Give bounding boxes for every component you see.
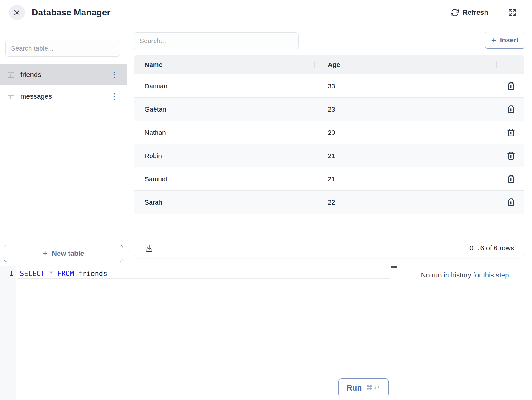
cell-age[interactable]: 22: [315, 191, 498, 214]
cell-age[interactable]: 21: [315, 144, 498, 167]
refresh-label: Refresh: [463, 8, 488, 17]
cell-age[interactable]: 20: [315, 121, 498, 144]
cell-name[interactable]: Robin: [134, 144, 315, 167]
table-options-menu-button[interactable]: ⋮: [110, 71, 118, 79]
plus-icon: +: [42, 249, 47, 258]
trash-icon: [507, 151, 515, 160]
run-history-panel: No run in history for this step: [398, 266, 532, 400]
line-number: 1: [0, 268, 13, 279]
cell-age[interactable]: 21: [315, 167, 498, 190]
cell-name[interactable]: Sarah: [134, 191, 315, 214]
table-header-row: Name Age: [134, 55, 524, 74]
new-table-button[interactable]: + New table: [4, 245, 123, 262]
keyboard-shortcut-hint: ⌘↵: [366, 384, 381, 392]
fullscreen-button[interactable]: [508, 8, 516, 17]
trash-icon: [507, 82, 515, 90]
new-table-label: New table: [52, 249, 84, 258]
table-icon: [7, 71, 15, 79]
active-code-line[interactable]: SELECT * FROM friends: [18, 268, 390, 279]
plus-icon: +: [491, 36, 496, 44]
search-table-input[interactable]: [5, 40, 120, 57]
sidebar: friends ⋮ messages ⋮ + New table: [0, 25, 127, 266]
delete-row-button[interactable]: [507, 128, 515, 137]
expand-icon: [508, 8, 516, 17]
column-resize-handle[interactable]: [496, 61, 497, 68]
delete-row-button[interactable]: [507, 175, 515, 183]
delete-row-button[interactable]: [507, 151, 515, 160]
run-label: Run: [347, 383, 362, 392]
column-header-actions: [498, 55, 524, 74]
table-empty-space: [134, 214, 524, 238]
close-icon: [13, 9, 21, 16]
editor-scrollbar-thumb[interactable]: [391, 266, 397, 268]
close-button[interactable]: [9, 5, 25, 20]
query-section: 1 SELECT * FROM friends Run ⌘↵ No run in…: [0, 266, 532, 400]
trash-icon: [507, 198, 515, 206]
delete-row-button[interactable]: [507, 198, 515, 206]
results-panel: + Insert Name Age Damian 33: [127, 25, 532, 266]
table-row: Gaëtan 23: [134, 98, 524, 121]
table-icon: [7, 92, 15, 101]
sidebar-item-label: friends: [20, 71, 41, 79]
top-bar-actions: Refresh: [451, 8, 532, 17]
cell-age[interactable]: 23: [315, 98, 498, 121]
code-line-content: SELECT * FROM friends: [20, 270, 107, 277]
refresh-icon: [451, 8, 459, 17]
sidebar-item-friends[interactable]: friends ⋮: [0, 64, 127, 85]
export-button[interactable]: [145, 244, 153, 252]
refresh-button[interactable]: Refresh: [451, 8, 488, 17]
table-row: Sarah 22: [134, 191, 524, 214]
page-title: Database Manager: [32, 8, 111, 18]
download-icon: [145, 244, 153, 252]
insert-label: Insert: [500, 36, 519, 44]
table-row: Samuel 21: [134, 167, 524, 191]
cell-name[interactable]: Samuel: [134, 167, 315, 190]
trash-icon: [507, 128, 515, 137]
editor-gutter: [0, 266, 16, 400]
cell-name[interactable]: Gaëtan: [134, 98, 315, 121]
table-row: Nathan 20: [134, 121, 524, 144]
table-row: Robin 21: [134, 144, 524, 167]
trash-icon: [507, 175, 515, 183]
search-rows-input[interactable]: [134, 32, 299, 49]
rows-count-status: 0→6 of 6 rows: [469, 244, 514, 252]
cell-age[interactable]: 33: [315, 74, 498, 97]
delete-row-button[interactable]: [507, 105, 515, 113]
sidebar-item-label: messages: [20, 92, 52, 101]
insert-button[interactable]: + Insert: [485, 32, 525, 49]
table-body: Damian 33 Gaëtan 23: [134, 74, 524, 214]
sql-editor[interactable]: 1 SELECT * FROM friends Run ⌘↵: [0, 266, 391, 400]
column-header-name[interactable]: Name: [134, 55, 315, 74]
table-row: Damian 33: [134, 74, 524, 98]
history-empty-message: No run in history for this step: [398, 271, 532, 279]
column-header-age[interactable]: Age: [315, 55, 498, 74]
delete-row-button[interactable]: [507, 82, 515, 90]
sidebar-footer: + New table: [0, 239, 127, 266]
database-manager-app: Database Manager Refresh: [0, 0, 532, 400]
sidebar-item-messages[interactable]: messages ⋮: [0, 85, 127, 107]
data-table-card: Name Age Damian 33: [134, 55, 524, 258]
table-options-menu-button[interactable]: ⋮: [110, 92, 118, 100]
table-footer: 0→6 of 6 rows: [134, 238, 524, 258]
cell-name[interactable]: Nathan: [134, 121, 315, 144]
column-resize-handle[interactable]: [314, 61, 315, 68]
cell-name[interactable]: Damian: [134, 74, 315, 97]
trash-icon: [507, 105, 515, 113]
top-bar: Database Manager Refresh: [0, 0, 532, 25]
run-query-button[interactable]: Run ⌘↵: [338, 378, 389, 397]
table-list: friends ⋮ messages ⋮: [0, 64, 127, 107]
